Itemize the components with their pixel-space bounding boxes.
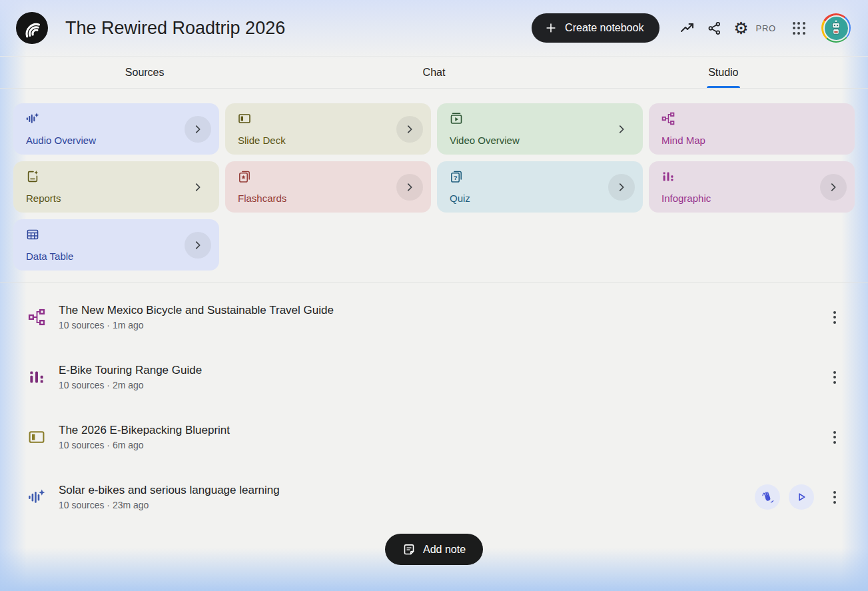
infographic-icon	[661, 170, 675, 183]
note-icon	[402, 543, 416, 556]
chevron-right-icon[interactable]	[185, 232, 211, 259]
studio-tools-grid: Audio OverviewSlide DeckVideo OverviewMi…	[13, 103, 855, 271]
artifact-meta: 10 sources · 2m ago	[59, 380, 202, 390]
tool-label: Slide Deck	[238, 135, 286, 146]
add-note-button[interactable]: Add note	[385, 534, 483, 565]
chevron-right-icon[interactable]	[185, 174, 211, 201]
chevron-right-icon[interactable]	[396, 174, 423, 201]
tool-label: Flashcards	[238, 193, 286, 204]
share-icon	[707, 21, 722, 36]
notebooklm-logo[interactable]	[16, 12, 48, 44]
tab-label: Chat	[422, 57, 447, 88]
tool-label: Data Table	[26, 251, 73, 262]
infographic-icon	[27, 368, 47, 386]
share-button[interactable]	[701, 15, 727, 41]
tool-card-flashcards[interactable]: Flashcards	[225, 161, 431, 213]
tool-card-slide-deck[interactable]: Slide Deck	[225, 103, 431, 155]
tool-label: Infographic	[661, 193, 711, 204]
pro-badge: PRO	[755, 23, 776, 33]
artifact-row[interactable]: The 2026 E-Bikepacking Blueprint10 sourc…	[24, 407, 844, 467]
play-button[interactable]	[789, 484, 814, 510]
artifact-meta: 10 sources · 23m ago	[59, 500, 280, 510]
tool-card-infographic[interactable]: Infographic	[649, 161, 855, 213]
create-notebook-button[interactable]: Create notebook	[532, 13, 659, 43]
tab-bar: SourcesChatStudio	[0, 56, 868, 89]
tool-card-quiz[interactable]: ?Quiz	[437, 161, 643, 213]
analytics-button[interactable]	[674, 15, 701, 41]
page-title[interactable]: The Rewired Roadtrip 2026	[65, 18, 285, 39]
gear-icon: ⚙	[733, 20, 748, 37]
more-options-button[interactable]	[825, 365, 844, 389]
quiz-icon: ?	[450, 170, 463, 183]
mind-map-icon	[27, 308, 47, 326]
artifact-meta: 10 sources · 6m ago	[59, 440, 230, 450]
svg-text:?: ?	[454, 174, 458, 181]
apps-grid-icon	[793, 22, 805, 35]
settings-button[interactable]: ⚙	[727, 15, 754, 41]
tool-card-mind-map[interactable]: Mind Map	[649, 103, 855, 155]
artifact-title: E-Bike Touring Range Guide	[59, 364, 202, 377]
more-options-button[interactable]	[825, 305, 844, 329]
video-overview-icon	[450, 112, 463, 125]
tool-label: Video Overview	[450, 135, 520, 146]
tool-label: Quiz	[450, 193, 470, 204]
artifact-list: The New Mexico Bicycle and Sustainable T…	[0, 283, 868, 527]
artifact-title: The New Mexico Bicycle and Sustainable T…	[59, 304, 334, 317]
artifact-meta: 10 sources · 1m ago	[59, 320, 334, 330]
artifact-title: Solar e-bikes and serious language learn…	[59, 484, 280, 497]
google-apps-button[interactable]	[785, 15, 812, 41]
chevron-right-icon[interactable]	[608, 116, 635, 143]
artifact-row[interactable]: E-Bike Touring Range Guide10 sources · 2…	[24, 347, 844, 407]
plus-icon	[545, 22, 557, 34]
tab-label: Studio	[707, 57, 739, 88]
tab-label: Sources	[124, 57, 166, 88]
artifact-row[interactable]: The New Mexico Bicycle and Sustainable T…	[24, 287, 844, 347]
flashcards-icon	[238, 170, 251, 183]
add-note-label: Add note	[423, 544, 466, 556]
more-options-button[interactable]	[825, 485, 844, 509]
play-icon	[795, 490, 808, 504]
chevron-right-icon[interactable]	[820, 174, 847, 201]
tool-label: Mind Map	[661, 135, 705, 146]
chevron-right-icon[interactable]	[185, 116, 211, 143]
interactive-mode-icon	[761, 490, 774, 504]
mind-map-icon	[661, 112, 675, 125]
interactive-mode-button[interactable]	[755, 484, 780, 510]
tool-card-audio-overview[interactable]: Audio Overview	[13, 103, 219, 155]
tab-chat[interactable]: Chat	[289, 57, 578, 88]
create-notebook-label: Create notebook	[565, 22, 644, 34]
slide-deck-icon	[238, 112, 251, 125]
tab-studio[interactable]: Studio	[579, 57, 868, 88]
reports-icon	[26, 170, 39, 183]
artifact-title: The 2026 E-Bikepacking Blueprint	[59, 424, 230, 437]
audio-waveform-icon	[26, 112, 39, 125]
slide-deck-icon	[27, 428, 47, 446]
tab-sources[interactable]: Sources	[0, 57, 289, 88]
tool-label: Reports	[26, 193, 61, 204]
tool-label: Audio Overview	[26, 135, 96, 146]
tool-card-data-table[interactable]: Data Table	[13, 219, 219, 271]
header: The Rewired Roadtrip 2026 Create noteboo…	[0, 0, 868, 56]
chevron-right-icon[interactable]	[396, 116, 423, 143]
more-options-button[interactable]	[825, 425, 844, 449]
tool-card-video-overview[interactable]: Video Overview	[437, 103, 643, 155]
audio-waveform-icon	[27, 488, 47, 506]
trending-up-icon	[679, 20, 695, 36]
avatar-robot-image	[823, 15, 849, 41]
chevron-right-icon[interactable]	[608, 174, 635, 201]
avatar[interactable]	[821, 13, 851, 43]
tool-card-reports[interactable]: Reports	[13, 161, 219, 213]
data-table-icon	[26, 228, 39, 241]
artifact-row[interactable]: Solar e-bikes and serious language learn…	[24, 467, 844, 527]
